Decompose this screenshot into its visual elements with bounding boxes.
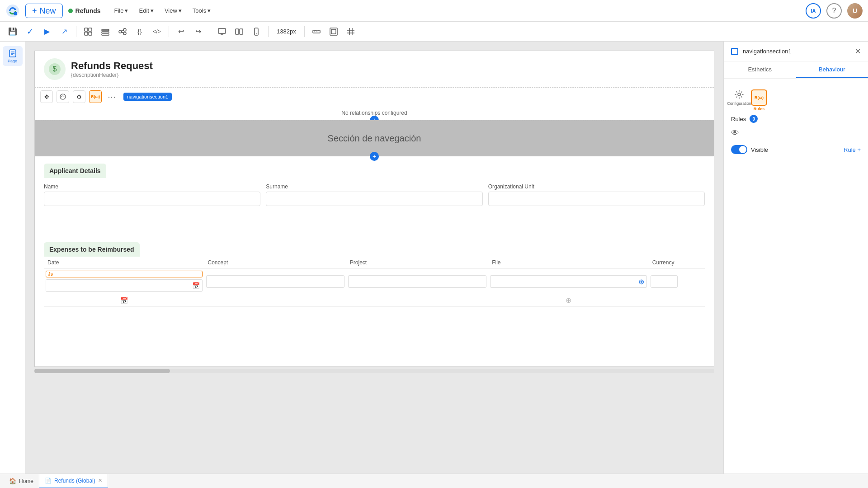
move-tool[interactable]: ✥ [40,90,53,103]
svg-rect-4 [85,32,88,35]
help-button[interactable]: ? [826,3,842,19]
style-tool[interactable] [57,90,69,103]
svg-point-10 [123,28,126,31]
surname-input[interactable] [266,192,482,206]
edit-menu[interactable]: Edit ▾ [134,5,158,17]
file-input-wrap-1: ⊕ [490,275,647,288]
svg-rect-2 [85,28,88,31]
rules-tool[interactable]: R(ω) [89,90,102,103]
upload-icon-1[interactable]: ⊕ [638,277,644,286]
org-unit-input[interactable] [488,192,705,206]
col-date: Date [44,257,204,269]
canvas-area[interactable]: $ Refunds Request {descriptionHeader} ✥ … [25,42,723,474]
braces-button[interactable]: {} [132,24,147,39]
components-button[interactable] [81,24,95,39]
configuration-icon[interactable]: Configuration [731,89,747,106]
header-texts: Refunds Request {descriptionHeader} [71,60,153,78]
surname-field: Surname [266,183,482,206]
avatar[interactable]: U [847,3,863,19]
nav-section[interactable]: Sección de navegación [35,120,714,156]
tab-behaviour[interactable]: Behaviour [796,61,868,78]
upload-icon-2: ⊕ [490,296,647,305]
more-options-tool[interactable]: ⋯ [105,90,118,103]
visibility-eye-icon[interactable]: 👁 [731,128,739,137]
svg-rect-27 [331,29,336,34]
sidebar-item-page[interactable]: Page [3,46,23,66]
home-tab[interactable]: 🏠 Home [4,474,39,488]
file-menu[interactable]: File ▾ [110,5,133,17]
tools-menu[interactable]: Tools ▾ [188,5,215,17]
rules-icon: R(ω) [751,89,767,106]
home-label: Home [19,478,33,484]
horizontal-scrollbar[interactable] [34,369,714,373]
visible-row: Visible Rule + [731,143,861,156]
view-menu[interactable]: View ▾ [160,5,186,17]
page-title: Refunds Request [71,60,153,72]
refunds-global-tab[interactable]: 📄 Refunds (Global) ✕ [39,474,108,488]
file-input-1[interactable] [490,275,647,288]
page-subtitle: {descriptionHeader} [71,72,153,78]
sidebar-page-label: Page [8,59,17,63]
svg-line-13 [122,32,123,33]
layers-button[interactable] [98,24,113,39]
ia-button[interactable]: IA [806,3,821,19]
code-button[interactable]: </> [150,24,164,39]
applicant-section-header: Applicant Details [44,164,106,178]
component-toolbar: ✥ ⚙ R(ω) ⋯ navigationsection1 [35,88,714,106]
file-cell-1: ⊕ [488,269,649,294]
separator5 [304,26,305,37]
rules-sub-icon[interactable]: R(ω) Rules [751,89,767,111]
rulers-button[interactable] [309,24,324,39]
surname-label: Surname [266,183,482,190]
date-input-1[interactable] [46,279,203,292]
nav-section-bottom-handle[interactable]: + [370,152,379,161]
new-button[interactable]: + New [25,4,63,18]
canvas-content: $ Refunds Request {descriptionHeader} ✥ … [34,51,714,367]
date-cell-2: 📅 [44,294,204,307]
chevron-icon: ▾ [179,7,182,14]
separator2 [169,26,169,37]
applicant-form-fields: Name Surname Organizational Unit [44,178,705,211]
app-logo[interactable] [5,4,20,18]
project-input-1[interactable] [348,275,486,288]
panel-close-button[interactable]: ✕ [855,47,861,56]
width-display: 1382px [273,28,300,35]
svg-point-0 [6,5,19,17]
publish-button[interactable]: ↗ [57,24,71,39]
add-rule-button[interactable]: Rule + [844,146,861,153]
expenses-section: Expenses to be Reimbursed Date Concept P… [44,239,705,314]
rules-count-row: Rules 0 [731,115,861,123]
scroll-thumb[interactable] [34,369,170,373]
chevron-icon: ▾ [151,7,154,14]
grid-button[interactable] [344,24,358,39]
right-panel: navigationsection1 ✕ Esthetics Behaviour… [723,42,868,474]
save-button[interactable]: 💾 [5,24,20,39]
nav-menus: File ▾ Edit ▾ View ▾ Tools ▾ [110,5,216,17]
mobile-view-button[interactable] [249,24,264,39]
run-button[interactable]: ▶ [40,24,54,39]
undo-button[interactable]: ↩ [174,24,188,39]
panel-component-checkbox[interactable] [731,48,738,55]
visible-toggle[interactable] [731,145,747,154]
currency-input-1[interactable] [651,275,678,288]
tab-esthetics[interactable]: Esthetics [724,61,796,78]
main-layout: Page $ Refunds Request {descriptionHeade… [0,42,868,474]
svg-point-20 [256,33,257,34]
redo-button[interactable]: ↪ [191,24,205,39]
logic-button[interactable] [115,24,130,39]
check-button[interactable]: ✓ [23,24,37,39]
settings-tool[interactable]: ⚙ [73,90,85,103]
bottom-tabs: 🏠 Home 📄 Refunds (Global) ✕ [0,474,868,488]
tab-close-button[interactable]: ✕ [98,478,102,483]
concept-input-1[interactable] [206,275,344,288]
desktop-view-button[interactable] [215,24,229,39]
split-view-button[interactable] [232,24,246,39]
svg-point-1 [14,12,17,15]
frames-button[interactable] [326,24,341,39]
calendar-icon-1[interactable]: 📅 [192,282,200,289]
name-input[interactable] [44,192,260,206]
svg-point-9 [119,30,122,33]
panel-body: Configuration R(ω) Rules Rules 0 👁 [724,79,868,474]
status-dot [68,9,73,13]
home-icon: 🏠 [9,478,16,484]
